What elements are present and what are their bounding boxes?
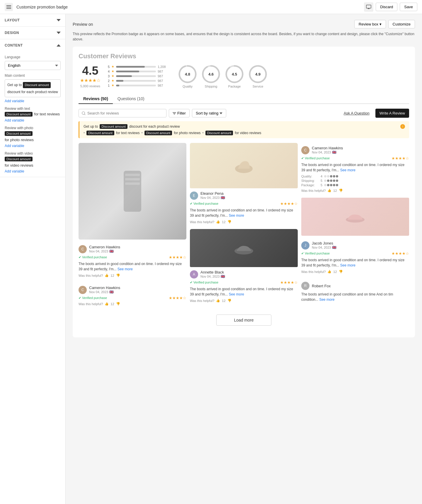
filter-icon	[173, 112, 176, 115]
helpful-row-cameron-1: Was this helpful? 👍 12 👎	[79, 274, 186, 277]
promo-main-badge: Discount amount	[100, 124, 127, 129]
thumbs-up-icon[interactable]: 👍	[105, 274, 109, 277]
bar-row-4: 4 ★ 987	[108, 69, 166, 73]
bar-row-5: 5 ★ 1,208	[108, 65, 166, 69]
svg-rect-3	[366, 5, 371, 8]
avatar-jacob: J	[301, 241, 309, 250]
svg-line-15	[84, 114, 85, 115]
sort-button[interactable]: Sort by rating	[192, 109, 226, 117]
filter-button[interactable]: Filter	[169, 109, 190, 117]
filter-bar: Filter Sort by rating Ask A Question Wri…	[79, 109, 409, 118]
svg-rect-19	[124, 171, 141, 212]
customize-button[interactable]: Customize	[388, 20, 415, 28]
svg-point-14	[82, 112, 85, 114]
content-section-header[interactable]: CONTENT	[0, 39, 65, 52]
svg-rect-21	[125, 178, 140, 180]
add-variable-2[interactable]: Add variable	[5, 118, 61, 122]
load-more-button[interactable]: Load more	[216, 315, 272, 326]
svg-rect-5	[368, 8, 369, 9]
discard-button[interactable]: Discard	[376, 3, 397, 11]
add-variable-4[interactable]: Add variable	[5, 169, 61, 173]
add-variable-1[interactable]: Add variable	[5, 99, 61, 103]
promo-banner-items: • Discount amount for text reviews • Dis…	[84, 131, 405, 135]
main-content-field: Get up to Discount amount discount for e…	[5, 79, 61, 97]
promo-info-icon: !	[400, 124, 405, 129]
review-card-robert: R Robert Fox The boots arrived in good c…	[301, 279, 409, 307]
layout-section-header[interactable]: LAYOUT	[0, 14, 65, 26]
column-right: C Cameron Hawkins Nov 04, 2023 🇬🇧	[301, 143, 409, 309]
review-video-label: Review with video	[5, 151, 61, 156]
review-text-cameron-1: The boots arrived in good condition and …	[79, 261, 186, 272]
search-icon	[82, 111, 86, 115]
main-content-badge: Discount amount	[23, 82, 51, 88]
avatar-eleanor: E	[190, 192, 198, 200]
add-variable-3[interactable]: Add variable	[5, 144, 61, 148]
avatar-cameron-right: C	[301, 146, 309, 154]
review-photo-badge: Discount amount	[5, 131, 33, 136]
column-left: C Cameron Hawkins Nov 04, 2023 🇬🇧	[79, 143, 186, 309]
svg-rect-0	[6, 5, 11, 6]
review-video-suffix: for video reviews	[5, 163, 33, 168]
sub-ratings: 4.8 Quality 4.6 Shipping	[178, 65, 267, 88]
see-more-cameron-1[interactable]: See more	[118, 267, 133, 271]
sidebar-section-design: DESIGN	[0, 27, 65, 39]
review-card-annette: A Annette Black Nov 04, 2023 🇬🇧	[190, 229, 298, 305]
review-card-cameron-1: C Cameron Hawkins Nov 04, 2023 🇬🇧	[79, 242, 186, 280]
review-card-cameron-2: C Cameron Hawkins Nov 04, 2023 🇬🇧	[79, 283, 186, 309]
design-section-header[interactable]: DESIGN	[0, 27, 65, 39]
overall-stars: ★★★★☆	[79, 78, 102, 83]
svg-rect-2	[6, 8, 11, 9]
review-card-jacob: J Jacob Jones Nov 04, 2023 🇬🇧	[301, 238, 409, 276]
avatar-robert: R	[301, 282, 309, 290]
review-video-field: Discount amount for video reviews	[5, 157, 61, 168]
language-label: Language	[5, 55, 61, 59]
preview-area: Preview on Review box ▾ Customize This p…	[66, 14, 422, 504]
review-box-button[interactable]: Review box ▾	[354, 20, 386, 28]
review-widget: Customer Reviews 4.5 ★★★★☆ 5,000 reviews…	[73, 47, 415, 337]
preview-header: Preview on Review box ▾ Customize	[73, 20, 415, 28]
avatar-annette: A	[190, 270, 198, 279]
ask-question-button[interactable]: Ask A Question	[340, 109, 373, 117]
topbar: Customize promotion badge Discard Save	[0, 0, 422, 14]
review-body-cameron-2: C Cameron Hawkins Nov 04, 2023 🇬🇧	[79, 283, 186, 309]
overall-rating: 4.5 ★★★★☆ 5,000 reviews	[79, 65, 102, 88]
monitor-icon[interactable]	[364, 2, 373, 12]
load-more-row: Load more	[79, 309, 409, 332]
sub-ratings-detail: Quality: 4	[301, 175, 409, 187]
thumbs-down-icon[interactable]: 👎	[116, 274, 120, 277]
preview-controls: Review box ▾ Customize	[354, 20, 415, 28]
topbar-right: Discard Save	[364, 2, 417, 12]
review-text-suffix: for text reviews	[34, 112, 60, 116]
write-review-button[interactable]: Write A Review	[375, 109, 409, 118]
svg-rect-20	[125, 174, 140, 176]
sidebar-section-layout: LAYOUT	[0, 14, 65, 27]
design-label: DESIGN	[5, 31, 19, 35]
tab-reviews[interactable]: Reviews (50)	[79, 94, 113, 104]
review-photo-label: Review with photo	[5, 126, 61, 130]
boots-image	[79, 143, 186, 240]
sub-rating-service: 4.9 Service	[249, 65, 267, 88]
page-title: Customize promotion badge	[16, 5, 68, 9]
save-button[interactable]: Save	[400, 3, 417, 11]
main-content-suffix: discount for each product review	[7, 89, 58, 95]
flag-cameron-1: 🇬🇧	[109, 249, 114, 253]
svg-rect-22	[125, 182, 140, 185]
verified-row-cameron-1: ✔ Verified purchase ★★★★☆	[79, 255, 186, 259]
pink-sneakers-image	[301, 198, 409, 236]
promo-banner: Get up to Discount amount discount for e…	[79, 121, 409, 138]
chevron-down-icon	[219, 112, 222, 114]
review-body-cameron-1: C Cameron Hawkins Nov 04, 2023 🇬🇧	[79, 242, 186, 280]
preview-on-label: Preview on	[73, 22, 93, 27]
sidebar-section-content: CONTENT Language English French Spanish …	[0, 39, 65, 177]
tab-questions[interactable]: Questions (10)	[113, 94, 149, 104]
preview-description: This preview reflects the Promotion badg…	[73, 31, 415, 42]
bar-row-2: 2 ★ 987	[108, 79, 166, 83]
search-input[interactable]	[87, 111, 163, 115]
language-select[interactable]: English French Spanish	[5, 61, 61, 70]
sidebar: LAYOUT DESIGN CONTENT Language English	[0, 14, 66, 504]
review-text-badge: Discount amount	[5, 112, 33, 117]
rating-summary: 4.5 ★★★★☆ 5,000 reviews 5 ★ 1,208 4 ★	[79, 65, 409, 88]
content-label: CONTENT	[5, 43, 23, 47]
overall-number: 4.5	[79, 65, 102, 76]
menu-icon[interactable]	[5, 3, 13, 11]
